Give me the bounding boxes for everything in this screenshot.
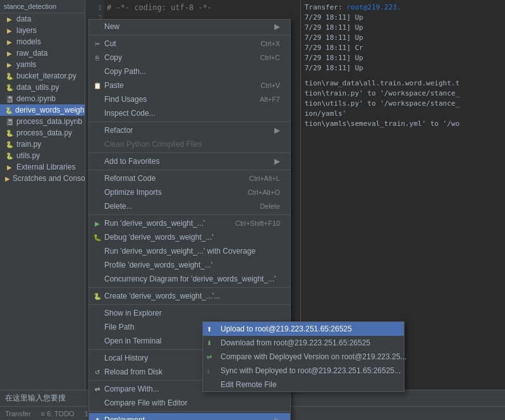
- menu-item-show-explorer[interactable]: Show in Explorer: [89, 306, 290, 320]
- sidebar-item-label: demo.ipynb: [16, 94, 56, 103]
- download-icon: ⬇: [207, 340, 212, 347]
- reload-icon: ↺: [93, 368, 102, 376]
- menu-separator: [89, 411, 290, 412]
- terminal-line: ion/yamls': [305, 109, 501, 119]
- shortcut-label: Delete: [247, 202, 280, 210]
- submenu-item-edit-remote[interactable]: Edit Remote File: [203, 378, 404, 392]
- cut-icon: ✂: [93, 39, 102, 48]
- terminal-line: 7/29 18:11] Up: [305, 53, 501, 63]
- input-placeholder: 在这里输入您要搜: [5, 393, 66, 404]
- sidebar-item-raw-data[interactable]: ▶ raw_data: [0, 47, 85, 59]
- menu-item-label: Optimize Imports: [104, 188, 162, 197]
- submenu-item-sync[interactable]: ↕ Sync with Deployed to root@219.223.251…: [203, 364, 404, 378]
- submenu-item-download[interactable]: ⬇ Download from root@219.223.251.65:2652…: [203, 336, 404, 350]
- arrow-icon: ▶: [274, 416, 280, 420]
- submenu-item-label: Edit Remote File: [221, 380, 277, 389]
- menu-item-label: Create 'derive_words_weight_...'...: [104, 292, 220, 300]
- sync-icon: ↕: [207, 368, 210, 374]
- todo-label[interactable]: ≡ 6: TODO: [41, 410, 75, 417]
- sidebar-item-demo-ipynb[interactable]: 📓 demo.ipynb: [0, 93, 85, 104]
- terminal-line: Transfer: root@219.223.: [305, 3, 501, 13]
- menu-item-deployment[interactable]: ⬆ Deployment ▶: [89, 413, 290, 420]
- deployment-submenu: ⬆ Upload to root@219.223.251.65:26525 ⬇ …: [202, 321, 405, 392]
- sidebar-item-models[interactable]: ▶ models: [0, 36, 85, 47]
- sidebar-item-yamls[interactable]: ▶ yamls: [0, 59, 85, 70]
- terminal-content: Transfer: root@219.223. 7/29 18:11] Up 7…: [301, 0, 505, 132]
- menu-separator: [89, 35, 290, 35]
- python-file-icon: 🐍: [5, 151, 14, 160]
- sidebar-item-data[interactable]: ▶ data: [0, 13, 85, 25]
- menu-item-label: Run 'derive_words_weight_...': [104, 219, 205, 228]
- menu-item-add-favorites[interactable]: Add to Favorites ▶: [89, 154, 290, 168]
- shortcut-label: Alt+F7: [247, 96, 280, 103]
- folder-icon: ▶: [5, 60, 14, 69]
- menu-item-profile[interactable]: Profile 'derive_words_weight_...': [89, 258, 290, 272]
- sidebar-item-label: layers: [16, 26, 37, 35]
- sidebar-item-label: models: [16, 37, 41, 46]
- python-icon: 🐍: [93, 292, 102, 300]
- sidebar-item-utils[interactable]: 🐍 utils.py: [0, 150, 85, 161]
- transfer-label[interactable]: Transfer: [5, 410, 31, 417]
- python-file-icon: 🐍: [5, 106, 13, 114]
- menu-item-find-usages[interactable]: Find Usages Alt+F7: [89, 92, 290, 106]
- menu-item-cut[interactable]: ✂ Cut Ctrl+X: [89, 37, 290, 51]
- sidebar-item-label: utils.py: [16, 151, 40, 160]
- terminal-line: 7/29 18:11] Up: [305, 63, 501, 73]
- sidebar-item-train[interactable]: 🐍 train.py: [0, 139, 85, 150]
- folder-icon: ▶: [5, 37, 14, 46]
- menu-item-label: Delete...: [104, 202, 133, 211]
- menu-item-run-coverage[interactable]: Run 'derive_words_weight_...' with Cover…: [89, 244, 290, 258]
- menu-item-label: Inspect Code...: [104, 109, 155, 118]
- menu-item-delete[interactable]: Delete... Delete: [89, 199, 290, 213]
- menu-item-label: Clean Python Compiled Files: [104, 140, 202, 149]
- menu-item-new[interactable]: New ▶: [89, 20, 290, 34]
- menu-item-concurrency[interactable]: Concurrency Diagram for 'derive_words_we…: [89, 272, 290, 286]
- project-title: stance_detection: [0, 0, 85, 13]
- menu-item-label: Debug 'derive_words_weight_...': [104, 233, 214, 242]
- menu-item-run[interactable]: ▶ Run 'derive_words_weight_...' Ctrl+Shi…: [89, 216, 290, 230]
- menu-item-debug[interactable]: 🐛 Debug 'derive_words_weight_...': [89, 230, 290, 244]
- notebook-file-icon: 📓: [5, 117, 14, 126]
- sidebar-item-process-py[interactable]: 🐍 process_data.py: [0, 127, 85, 139]
- menu-item-label: Deployment: [104, 416, 145, 420]
- sidebar-item-label: Scratches and Consoles: [13, 174, 85, 183]
- sidebar-item-bucket[interactable]: 🐍 bucket_iterator.py: [0, 70, 85, 82]
- menu-item-label: Show in Explorer: [104, 309, 162, 318]
- sidebar-item-scratches[interactable]: ▶ Scratches and Consoles: [0, 173, 85, 184]
- terminal-line: tion\yamls\semeval_train.yml' to '/wo: [305, 119, 501, 129]
- menu-item-compare-editor[interactable]: Compare File with Editor: [89, 396, 290, 410]
- upload-icon: ⬆: [207, 326, 212, 333]
- folder-icon: ▶: [5, 15, 14, 23]
- menu-item-create[interactable]: 🐍 Create 'derive_words_weight_...'...: [89, 289, 290, 303]
- menu-item-inspect-code[interactable]: Inspect Code...: [89, 106, 290, 120]
- menu-item-label: Copy Path...: [104, 67, 146, 76]
- file-tree-sidebar: stance_detection ▶ data ▶ layers ▶ model…: [0, 0, 85, 420]
- sidebar-item-data-utils[interactable]: 🐍 data_utils.py: [0, 82, 85, 93]
- arrow-icon: ▶: [274, 157, 280, 166]
- menu-item-copy[interactable]: ⎘ Copy Ctrl+C: [89, 51, 290, 65]
- sidebar-item-ext-libs[interactable]: ▶ External Libraries: [0, 161, 85, 173]
- menu-item-paste[interactable]: 📋 Paste Ctrl+V: [89, 78, 290, 92]
- menu-item-label: Concurrency Diagram for 'derive_words_we…: [104, 275, 276, 283]
- sidebar-item-label: External Libraries: [16, 163, 75, 171]
- debug-icon: 🐛: [93, 233, 102, 242]
- python-file-icon: 🐍: [5, 128, 14, 137]
- sidebar-item-layers[interactable]: ▶ layers: [0, 25, 85, 36]
- menu-item-refactor[interactable]: Refactor ▶: [89, 123, 290, 137]
- menu-item-optimize-imports[interactable]: Optimize Imports Ctrl+Alt+O: [89, 185, 290, 199]
- sidebar-item-process-ipynb[interactable]: 📓 process_data.ipynb: [0, 116, 85, 127]
- menu-item-copy-path[interactable]: Copy Path...: [89, 65, 290, 78]
- menu-item-label: Reformat Code: [104, 174, 155, 183]
- submenu-item-compare-deployed[interactable]: ⇄ Compare with Deployed Version on root@…: [203, 350, 404, 364]
- terminal-line: tion\utils.py' to '/workspace/stance_: [305, 99, 501, 109]
- sidebar-item-derive[interactable]: 🐍 derive_words_weight...: [0, 104, 85, 116]
- shortcut-label: Ctrl+C: [248, 54, 280, 61]
- copy-icon: ⎘: [93, 53, 102, 62]
- menu-item-reformat[interactable]: Reformat Code Ctrl+Alt+L: [89, 171, 290, 185]
- folder-icon: ▶: [5, 174, 10, 183]
- submenu-item-label: Download from root@219.223.251.65:26525: [221, 338, 370, 347]
- sidebar-item-label: process_data.ipynb: [16, 117, 82, 126]
- sidebar-item-label: data: [16, 15, 31, 23]
- terminal-line: 7/29 18:11] Up: [305, 33, 501, 43]
- submenu-item-upload[interactable]: ⬆ Upload to root@219.223.251.65:26525: [203, 322, 404, 336]
